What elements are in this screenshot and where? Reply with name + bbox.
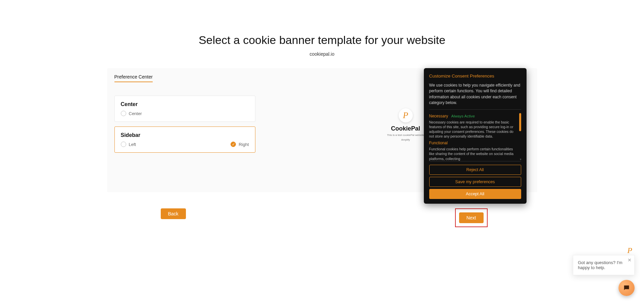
radio-right-label: Right: [239, 142, 249, 147]
radio-left-label: Left: [129, 142, 136, 147]
radio-checked-icon: [231, 142, 236, 147]
accept-all-button[interactable]: Accept All: [429, 189, 521, 199]
next-button-highlight: Next: [455, 208, 488, 227]
option-sidebar-title: Sidebar: [121, 132, 249, 138]
option-center-title: Center: [121, 101, 249, 107]
consent-title: Customize Consent Preferences: [429, 73, 521, 79]
back-button[interactable]: Back: [161, 208, 186, 219]
radio-right[interactable]: Right: [231, 142, 249, 147]
page-domain: cookiepal.io: [310, 51, 335, 57]
tab-preference-center[interactable]: Preference Center: [114, 74, 153, 82]
save-preferences-button[interactable]: Save my preferences: [429, 177, 521, 187]
category-necessary-status: Always Active: [451, 114, 475, 118]
chat-icon: [623, 284, 630, 292]
radio-circle-icon: [121, 111, 126, 116]
chat-launcher-button[interactable]: [618, 280, 635, 296]
nav-row: Back Next: [107, 208, 537, 227]
radio-left[interactable]: Left: [121, 142, 136, 147]
reject-all-button[interactable]: Reject All: [429, 165, 521, 175]
option-sidebar[interactable]: Sidebar Left Right: [114, 127, 255, 153]
chat-message: Got any questions? I'm happy to help.: [578, 260, 630, 270]
chat-popup: P ✕ Got any questions? I'm happy to help…: [573, 255, 635, 275]
consent-categories[interactable]: Necessary Always Active Necessary cookie…: [429, 112, 521, 161]
next-button[interactable]: Next: [459, 212, 484, 223]
page-title: Select a cookie banner template for your…: [199, 34, 445, 47]
category-necessary[interactable]: Necessary: [429, 114, 448, 118]
chevron-down-icon[interactable]: ▾: [520, 157, 521, 161]
chat-logo-icon: P: [627, 246, 632, 255]
template-card: Preference Center Center Center Sidebar: [107, 68, 537, 192]
sample-logo-icon: P: [399, 108, 413, 122]
scrollbar-track[interactable]: ▾: [519, 113, 521, 160]
radio-center[interactable]: Center: [121, 111, 142, 116]
consent-intro: We use cookies to help you navigate effi…: [429, 83, 521, 110]
radio-circle-icon: [121, 142, 126, 147]
preview-area: P CookiePal This is a test cookiePal web…: [318, 68, 540, 192]
category-necessary-desc: Necessary cookies are required to enable…: [429, 120, 518, 139]
category-functional[interactable]: Functional: [429, 141, 448, 145]
option-center[interactable]: Center Center: [114, 96, 255, 122]
category-functional-desc: Functional cookies help perform certain …: [429, 147, 518, 161]
close-icon[interactable]: ✕: [628, 257, 632, 263]
scrollbar-thumb[interactable]: [519, 113, 521, 131]
consent-panel: Customize Consent Preferences We use coo…: [424, 68, 527, 204]
radio-center-label: Center: [129, 111, 142, 116]
